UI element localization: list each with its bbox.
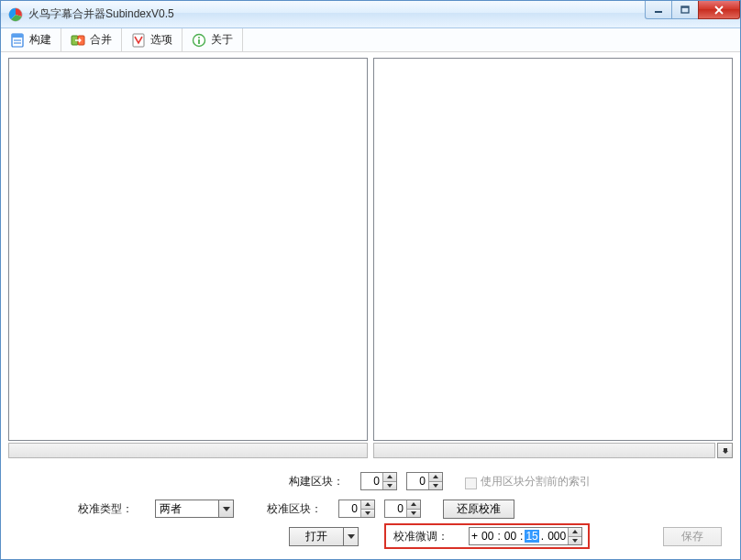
right-listbox[interactable] — [373, 58, 733, 441]
restore-calib-label: 还原校准 — [457, 501, 501, 517]
window-controls — [646, 1, 740, 19]
left-listbox[interactable] — [8, 58, 368, 441]
svg-point-14 — [198, 37, 200, 38]
toolbar-options-label: 选项 — [150, 32, 172, 48]
minimize-button[interactable] — [645, 1, 672, 19]
window-title: 火鸟字幕合并器SubindexV0.5 — [28, 6, 174, 22]
toolbar: 构建 合并 选项 关于 — [1, 28, 740, 52]
right-dropdown-button[interactable] — [717, 443, 733, 458]
calib-type-combo[interactable]: 两者 — [155, 500, 234, 518]
spin-down-icon[interactable] — [383, 481, 396, 490]
build-block-b-value: 0 — [407, 473, 428, 489]
time-sign: + — [470, 530, 480, 543]
close-button[interactable] — [698, 1, 740, 19]
time-hours: 00 — [480, 530, 495, 543]
svg-rect-12 — [133, 34, 144, 47]
calib-block-b-spinner[interactable]: 0 — [384, 500, 421, 518]
left-h-scrollbar[interactable] — [8, 443, 368, 458]
spin-up-icon[interactable] — [407, 500, 420, 509]
calib-block-label: 校准区块： — [267, 501, 322, 517]
build-block-b-spinner[interactable]: 0 — [406, 472, 443, 490]
app-icon — [8, 7, 23, 22]
merge-icon — [71, 33, 85, 48]
calib-block-a-value: 0 — [339, 500, 360, 517]
left-pane — [8, 58, 368, 458]
open-button-label: 打开 — [290, 529, 343, 544]
toolbar-build[interactable]: 构建 — [1, 28, 61, 51]
spin-up-icon[interactable] — [569, 528, 581, 536]
calib-type-value: 两者 — [156, 501, 218, 517]
maximize-button[interactable] — [671, 1, 699, 19]
fine-tune-highlight: 校准微调： + 00 : 00 : 15 . 000 — [384, 523, 590, 549]
spin-down-icon[interactable] — [361, 509, 374, 518]
toolbar-merge-label: 合并 — [90, 32, 112, 48]
right-h-scrollbar[interactable] — [373, 443, 715, 458]
spin-up-icon[interactable] — [361, 500, 374, 509]
spin-down-icon[interactable] — [407, 509, 420, 518]
time-millis: 000 — [546, 530, 568, 543]
save-button[interactable]: 保存 — [663, 527, 722, 546]
save-button-label: 保存 — [681, 529, 703, 544]
calib-type-label: 校准类型： — [78, 501, 133, 517]
svg-rect-7 — [12, 34, 23, 38]
toolbar-options[interactable]: 选项 — [122, 28, 182, 51]
chevron-down-icon[interactable] — [343, 528, 358, 545]
time-seconds-selected: 15 — [525, 530, 538, 543]
build-block-a-value: 0 — [361, 473, 382, 489]
spin-down-icon[interactable] — [429, 481, 442, 490]
open-split-button[interactable]: 打开 — [289, 527, 359, 546]
toolbar-build-label: 构建 — [29, 32, 51, 48]
time-minutes: 00 — [503, 530, 518, 543]
toolbar-about-label: 关于 — [211, 32, 233, 48]
panes — [1, 52, 740, 460]
use-presplit-index-label: 使用区块分割前的索引 — [481, 474, 591, 489]
use-presplit-index-checkbox[interactable] — [465, 478, 477, 489]
chevron-down-icon — [218, 500, 233, 517]
toolbar-about[interactable]: 关于 — [182, 28, 243, 51]
controls-area: 构建区块： 0 0 使用区块分割前的索引 校准类型： 两者 — [1, 460, 740, 559]
fine-tune-time-spinner[interactable]: + 00 : 00 : 15 . 000 — [469, 527, 582, 545]
about-icon — [192, 33, 206, 48]
toolbar-merge[interactable]: 合并 — [61, 28, 122, 51]
titlebar[interactable]: 火鸟字幕合并器SubindexV0.5 — [1, 1, 740, 28]
fine-tune-label: 校准微调： — [393, 529, 448, 544]
calib-block-b-value: 0 — [385, 500, 406, 517]
spin-down-icon[interactable] — [569, 536, 581, 545]
build-block-a-spinner[interactable]: 0 — [360, 472, 397, 490]
build-icon — [10, 33, 25, 48]
right-pane — [373, 58, 733, 458]
build-block-label: 构建区块： — [289, 474, 344, 489]
calib-block-a-spinner[interactable]: 0 — [338, 500, 375, 518]
restore-calib-button[interactable]: 还原校准 — [443, 500, 514, 519]
spin-up-icon[interactable] — [429, 473, 442, 481]
spin-up-icon[interactable] — [383, 473, 396, 481]
options-icon — [131, 33, 146, 48]
app-window: 火鸟字幕合并器SubindexV0.5 构建 合并 — [0, 0, 741, 560]
